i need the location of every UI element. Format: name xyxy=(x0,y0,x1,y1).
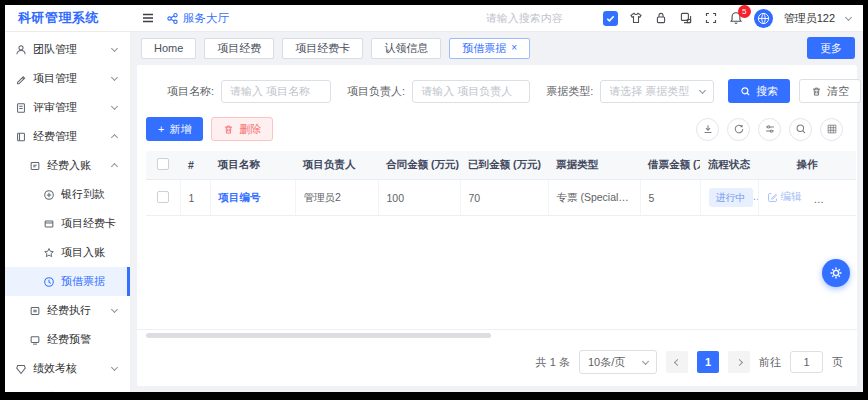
page-1-button[interactable]: 1 xyxy=(697,351,719,373)
clock-icon xyxy=(43,276,55,288)
chevron-down-icon xyxy=(111,364,118,371)
menu-toggle-icon[interactable] xyxy=(141,11,155,25)
prev-page-button[interactable] xyxy=(666,351,688,373)
project-leader-label: 项目负责人: xyxy=(347,84,405,99)
tab-project-fund-card[interactable]: 项目经费卡 xyxy=(282,38,363,59)
search-icon xyxy=(740,86,751,97)
chevron-down-icon xyxy=(111,74,118,81)
sidebar: 团队管理 项目管理 评审管理 经费管理 经费入账 xyxy=(5,32,131,392)
col-status: 流程状态 xyxy=(700,151,758,180)
sidebar-item-review[interactable]: 评审管理 xyxy=(5,93,130,122)
status-badge: 进行中 xyxy=(709,188,753,207)
funds-icon xyxy=(15,131,27,143)
skin-icon[interactable] xyxy=(629,11,643,25)
user-chevron-down-icon[interactable] xyxy=(845,13,852,20)
table-search-button[interactable] xyxy=(789,118,812,141)
tab-home[interactable]: Home xyxy=(141,38,196,59)
avatar[interactable] xyxy=(754,9,773,28)
sidebar-item-my-research[interactable]: 我的科研 xyxy=(5,383,130,392)
close-tab-icon[interactable]: × xyxy=(511,43,517,53)
global-search-input[interactable] xyxy=(484,11,592,25)
page-unit-label: 页 xyxy=(832,355,843,370)
column-settings-button[interactable] xyxy=(758,118,781,141)
my-research-icon xyxy=(15,392,27,393)
sidebar-item-project-entry[interactable]: 项目入账 xyxy=(5,238,130,267)
trash-icon xyxy=(811,86,822,97)
sidebar-item-team[interactable]: 团队管理 xyxy=(5,35,130,64)
clear-button[interactable]: 清空 xyxy=(799,79,861,103)
tab-project-funds[interactable]: 项目经费 xyxy=(204,38,274,59)
chevron-down-icon xyxy=(111,103,118,110)
col-actions: 操作 xyxy=(758,151,856,180)
total-count: 共 1 条 xyxy=(536,355,570,370)
service-hall-label: 服务大厅 xyxy=(183,11,229,26)
search-button[interactable]: 搜索 xyxy=(728,79,790,103)
service-hall-link[interactable]: 服务大厅 xyxy=(166,11,229,26)
col-invoice-type: 票据类型 xyxy=(548,151,640,180)
delete-button[interactable]: 删除 xyxy=(211,117,273,141)
tab-claim-info[interactable]: 认领信息 xyxy=(371,38,441,59)
chevron-left-icon xyxy=(673,358,680,365)
app-window: 科研管理系统 服务大厅 xyxy=(5,5,863,392)
sliders-icon xyxy=(764,123,776,135)
next-page-button[interactable] xyxy=(728,351,750,373)
sidebar-item-funds[interactable]: 经费管理 xyxy=(5,122,130,151)
sidebar-item-project-fund-card[interactable]: 项目经费卡 xyxy=(5,209,130,238)
user-name[interactable]: 管理员122 xyxy=(784,11,835,26)
cell-leader: 管理员2 xyxy=(295,180,378,216)
goto-page-input[interactable] xyxy=(790,351,823,373)
refresh-button[interactable] xyxy=(727,118,750,141)
screenshot-frame: 科研管理系统 服务大厅 xyxy=(0,0,868,400)
chevron-down-icon xyxy=(111,45,118,52)
theme-square-icon[interactable] xyxy=(603,11,618,26)
more-button[interactable]: 更多 xyxy=(807,37,855,59)
page-size-select[interactable]: 10条/页 xyxy=(579,350,657,374)
project-name-link[interactable]: 项目编号 xyxy=(219,191,261,203)
grid-density-button[interactable] xyxy=(820,118,843,141)
trash-icon xyxy=(223,124,234,135)
notification-bell[interactable]: 5 xyxy=(729,11,743,25)
add-button[interactable]: + 新增 xyxy=(146,117,203,141)
table-tools xyxy=(696,118,843,141)
gear-icon xyxy=(828,265,844,281)
project-icon xyxy=(15,73,27,85)
star-icon xyxy=(43,247,55,259)
sidebar-item-funds-entry[interactable]: 经费入账 xyxy=(5,151,130,180)
filter-bar: 项目名称: 项目负责人: 票据类型: 请选择 票据类型 xyxy=(137,65,857,110)
app-logo: 科研管理系统 xyxy=(5,9,131,27)
sidebar-item-bank-arrival[interactable]: 银行到款 xyxy=(5,180,130,209)
col-contract-amount: 合同金额 (万元) xyxy=(378,151,460,180)
flowchart-action[interactable]: 流程图 xyxy=(813,190,856,204)
lock-icon[interactable] xyxy=(654,11,668,25)
export-button[interactable] xyxy=(696,118,719,141)
project-name-input[interactable] xyxy=(221,80,331,103)
row-checkbox[interactable] xyxy=(157,191,169,203)
project-leader-input[interactable] xyxy=(412,80,530,103)
goto-label: 前往 xyxy=(759,355,781,370)
select-all-checkbox[interactable] xyxy=(157,158,169,170)
layers-icon[interactable] xyxy=(679,11,693,25)
performance-icon xyxy=(15,363,27,375)
cell-index: 1 xyxy=(180,180,210,216)
sidebar-item-funds-execution[interactable]: 经费执行 xyxy=(5,296,130,325)
col-borrow-amount: 借票金额 (万元) xyxy=(640,151,700,180)
invoice-type-select[interactable]: 请选择 票据类型 xyxy=(600,80,714,103)
chevron-right-icon xyxy=(735,358,742,365)
sidebar-item-funds-warning[interactable]: 经费预警 xyxy=(5,325,130,354)
settings-fab[interactable] xyxy=(822,259,850,287)
notification-badge: 5 xyxy=(738,5,751,18)
ledger-icon xyxy=(29,160,41,172)
edit-action[interactable]: 编辑 xyxy=(767,190,802,204)
plus-icon: + xyxy=(158,123,164,135)
tab-borrow-invoice[interactable]: 预借票据 × xyxy=(449,38,530,59)
header-right: 5 管理员122 xyxy=(484,9,851,28)
sidebar-item-project[interactable]: 项目管理 xyxy=(5,64,130,93)
fullscreen-icon[interactable] xyxy=(704,11,718,25)
sidebar-item-borrow-invoice[interactable]: 预借票据 xyxy=(5,267,130,296)
monitor-icon xyxy=(29,334,41,346)
refresh-icon xyxy=(733,123,745,135)
sidebar-item-performance[interactable]: 绩效考核 xyxy=(5,354,130,383)
bank-icon xyxy=(43,189,55,201)
edit-icon xyxy=(767,192,778,203)
header-main: 服务大厅 xyxy=(131,9,863,28)
